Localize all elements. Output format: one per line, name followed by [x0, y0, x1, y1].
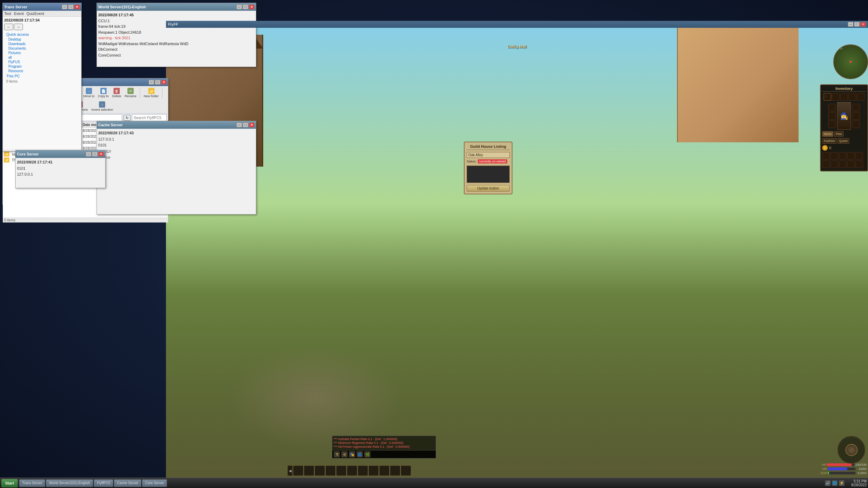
action-slot-9[interactable]: [379, 465, 390, 476]
nav-desktop[interactable]: Desktop: [4, 37, 80, 42]
nav-pictures[interactable]: Pictures: [4, 51, 80, 55]
world-minimize-btn[interactable]: ─: [236, 5, 242, 9]
toolbar-newfolder-btn[interactable]: 📁 New folder: [143, 87, 159, 99]
taskbar-cache-server[interactable]: Cache Server: [114, 479, 141, 487]
grid-slot-4[interactable]: [847, 152, 855, 160]
guild-update-button[interactable]: Update button: [467, 185, 510, 192]
equip-slot-r1[interactable]: [852, 104, 860, 111]
trans-forward-btn[interactable]: →: [14, 24, 23, 30]
action-slot-4[interactable]: [325, 465, 336, 476]
search-input[interactable]: [132, 114, 167, 121]
equip-slot-r3[interactable]: [852, 120, 860, 128]
chat-icon-3[interactable]: 🎭: [349, 451, 355, 457]
explorer-minimize-btn[interactable]: ─: [149, 80, 154, 85]
nav-quick-access[interactable]: Quick access: [4, 32, 80, 37]
joystick-control[interactable]: [837, 436, 865, 464]
grid-slot-1[interactable]: [822, 152, 830, 160]
inv-tab-fashion[interactable]: Fashion: [822, 138, 837, 144]
joystick-inner[interactable]: [845, 444, 858, 456]
nav-this-pc[interactable]: This PC: [4, 73, 80, 79]
explorer-close-btn[interactable]: ✕: [161, 80, 167, 85]
inv-tab-items[interactable]: Items: [822, 131, 833, 137]
cache-maximize-btn[interactable]: □: [243, 123, 248, 127]
game-maximize-btn[interactable]: □: [854, 22, 860, 27]
trans-menu-test[interactable]: Test: [4, 11, 11, 16]
chat-icon-4[interactable]: 🌀: [357, 451, 363, 457]
equip-slot-head[interactable]: [828, 104, 836, 111]
inv-slot-weapon[interactable]: ⚔: [824, 93, 831, 101]
grid-slot-3[interactable]: [839, 152, 846, 160]
inv-slot-2[interactable]: [832, 93, 840, 101]
trans-minimize-btn[interactable]: ─: [62, 5, 67, 9]
inv-slot-4[interactable]: [849, 93, 856, 101]
equip-slot-body[interactable]: [828, 112, 836, 120]
cache-close-btn[interactable]: ✕: [249, 123, 254, 127]
core-close-btn[interactable]: ✕: [98, 152, 104, 157]
action-slot-3[interactable]: [315, 465, 325, 476]
core-minimize-btn[interactable]: ─: [86, 152, 91, 157]
chat-icon-1[interactable]: ⚗: [334, 451, 340, 457]
explorer-maximize-btn[interactable]: □: [155, 80, 160, 85]
trans-server-title: Trans Server: [4, 5, 62, 9]
action-slot-10[interactable]: [390, 465, 400, 476]
taskbar-core-server[interactable]: Core Server: [142, 479, 167, 487]
expand-left[interactable]: ◀: [287, 465, 293, 476]
nav-documents[interactable]: Documents: [4, 46, 80, 51]
toolbar-delete-btn[interactable]: 🗑 Delete: [111, 87, 122, 99]
trans-maximize-btn[interactable]: □: [68, 5, 74, 9]
action-slot-5[interactable]: [336, 465, 347, 476]
action-slot-8[interactable]: [368, 465, 379, 476]
action-slot-6[interactable]: [347, 465, 357, 476]
taskbar-flyffpc5[interactable]: FlyffPC5: [94, 479, 113, 487]
action-slot-1[interactable]: [293, 465, 303, 476]
trans-server-controls: ─ □ ✕: [62, 5, 80, 9]
inv-tab-quest[interactable]: Quest: [837, 138, 849, 144]
grid-slot-6[interactable]: [822, 160, 830, 168]
toolbar-invert-btn[interactable]: ↕ Invent selection: [91, 101, 114, 112]
start-button[interactable]: Start: [1, 479, 18, 487]
inv-slot-3[interactable]: [840, 93, 848, 101]
toolbar-move-btn[interactable]: → Move to: [83, 87, 95, 99]
toolbar-copyto-btn[interactable]: 📄 Copy to: [97, 87, 109, 99]
chat-icon-2[interactable]: ⚙: [341, 451, 348, 457]
inv-tab-pets[interactable]: Pets: [834, 131, 844, 137]
trans-menu-quiz[interactable]: QuizEvent: [26, 11, 44, 16]
core-data1: 0101: [17, 166, 104, 172]
nav-program[interactable]: Program: [4, 64, 80, 69]
nav-all[interactable]: all: [4, 55, 80, 60]
tray-icon-3: ⚡: [839, 480, 844, 486]
game-minimize-btn[interactable]: ─: [848, 22, 853, 27]
cache-server-title: Cache Server: [98, 123, 236, 127]
folder-icon-thirdparty: 📁: [4, 158, 9, 162]
grid-slot-5[interactable]: [856, 152, 863, 160]
equip-slot-r2[interactable]: [852, 112, 860, 120]
taskbar-world-server[interactable]: World Server(101)-English: [46, 479, 93, 487]
grid-slot-2[interactable]: [831, 152, 838, 160]
inv-slot-5[interactable]: [857, 93, 865, 101]
trans-menu-event[interactable]: Event: [14, 11, 24, 16]
game-window[interactable]: Gullig Mall 🧙 HP 230/230 MP 63/63 FP: [166, 21, 868, 478]
grid-slot-9[interactable]: [847, 160, 855, 168]
taskbar-trans-server[interactable]: Trans Server: [19, 479, 45, 487]
action-slot-11[interactable]: [401, 465, 411, 476]
action-slot-2[interactable]: [304, 465, 314, 476]
addr-refresh-btn[interactable]: ↻: [124, 115, 131, 121]
game-close-btn[interactable]: ✕: [860, 22, 866, 27]
cache-minimize-btn[interactable]: ─: [236, 123, 242, 127]
nav-downloads[interactable]: Downloads: [4, 42, 80, 46]
grid-slot-7[interactable]: [831, 160, 838, 168]
world-close-btn[interactable]: ✕: [249, 5, 254, 9]
action-slot-7[interactable]: [358, 465, 368, 476]
nav-resource[interactable]: Resource: [4, 69, 80, 73]
grid-slot-8[interactable]: [839, 160, 846, 168]
trans-close-btn[interactable]: ✕: [74, 5, 80, 9]
toolbar-rename-btn[interactable]: ✏ Rename: [124, 87, 137, 99]
nav-flyfus[interactable]: FlyFUS: [4, 60, 80, 64]
trans-back-btn[interactable]: ←: [4, 24, 13, 30]
world-maximize-btn[interactable]: □: [243, 5, 248, 9]
cache-server-window: Cache Server ─ □ ✕ 2022/08/28 17:17:43 1…: [97, 121, 256, 214]
core-maximize-btn[interactable]: □: [92, 152, 98, 157]
equip-slot-legs[interactable]: [828, 120, 836, 128]
chat-icon-5[interactable]: 🌿: [364, 451, 370, 457]
grid-slot-10[interactable]: [856, 160, 863, 168]
